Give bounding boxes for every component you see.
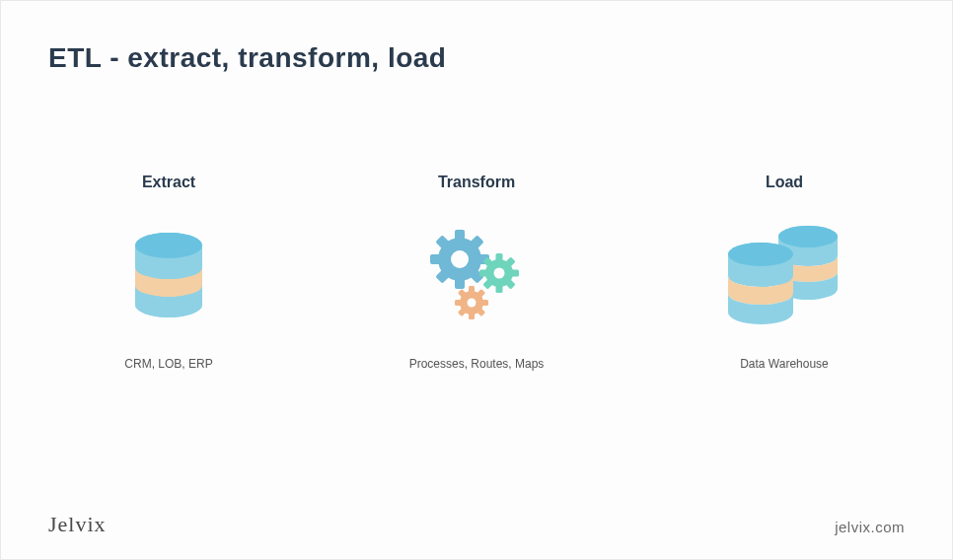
stage-load-label: Load	[766, 174, 803, 191]
stage-transform-label: Transform	[438, 174, 515, 191]
stage-extract-caption: CRM, LOB, ERP	[124, 357, 212, 371]
svg-point-29	[494, 268, 505, 279]
svg-point-39	[468, 299, 476, 308]
svg-rect-11	[455, 230, 465, 242]
svg-rect-33	[455, 300, 463, 306]
svg-rect-12	[455, 277, 465, 289]
svg-point-19	[451, 250, 469, 268]
svg-rect-13	[430, 254, 442, 264]
stage-extract: Extract CRM, LOB, ERP	[70, 174, 267, 371]
stage-extract-label: Extract	[142, 174, 195, 191]
svg-rect-24	[510, 270, 519, 277]
svg-rect-32	[469, 312, 475, 319]
svg-rect-34	[480, 300, 488, 306]
svg-rect-31	[469, 286, 475, 294]
stage-transform: Transform	[378, 174, 575, 371]
svg-rect-22	[496, 284, 503, 293]
brand-url: jelvix.com	[835, 519, 905, 535]
page-title: ETL - extract, transform, load	[48, 42, 446, 74]
svg-rect-21	[496, 253, 503, 262]
svg-point-41	[778, 226, 838, 247]
gears-icon	[422, 221, 531, 329]
stage-load-caption: Data Warehouse	[740, 357, 829, 371]
stage-load: Load Data Warehouse	[686, 174, 883, 371]
svg-rect-23	[479, 270, 488, 277]
database-stack-icon	[725, 221, 843, 329]
stages-row: Extract CRM, LOB, ERP Transform	[1, 174, 952, 371]
svg-point-43	[728, 243, 793, 266]
database-icon	[130, 221, 207, 329]
brand-logo: Jelvix	[48, 512, 107, 537]
stage-transform-caption: Processes, Routes, Maps	[409, 357, 545, 371]
svg-point-9	[135, 233, 202, 258]
